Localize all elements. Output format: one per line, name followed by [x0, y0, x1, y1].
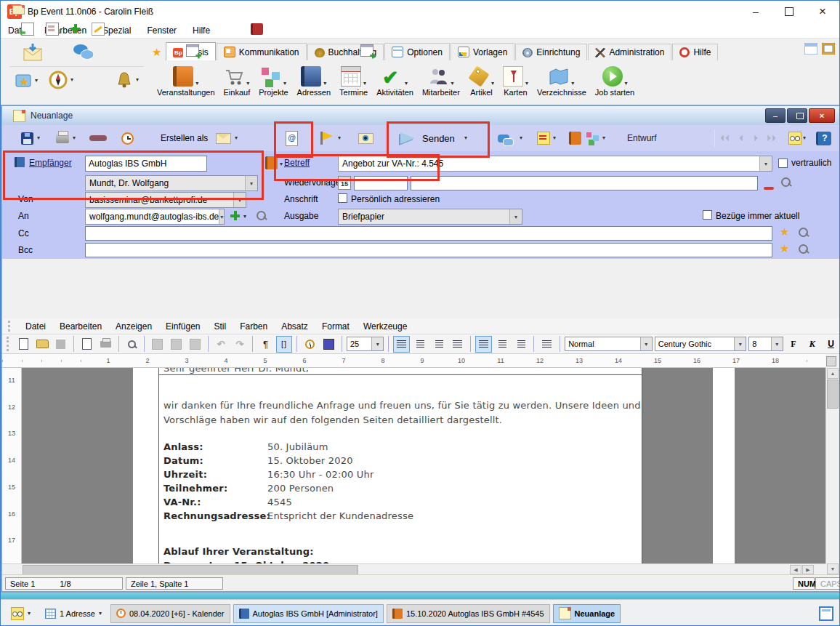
compass-icon[interactable]	[49, 71, 73, 89]
delete-button[interactable]	[89, 125, 107, 151]
menu-item[interactable]: Fenster	[147, 25, 177, 36]
search-icon[interactable]	[257, 211, 266, 222]
tab-hilfe[interactable]: Hilfe	[672, 44, 718, 60]
project-link-button[interactable]	[586, 125, 599, 151]
export-document-icon[interactable]	[21, 23, 34, 36]
window-list-icon[interactable]	[819, 606, 833, 621]
scroll-right-icon[interactable]: ▶	[802, 565, 814, 574]
switch-window-icon[interactable]	[822, 43, 835, 55]
align-justify-button[interactable]	[450, 336, 467, 353]
copy-button[interactable]	[168, 336, 185, 353]
add-icon[interactable]	[70, 24, 80, 33]
redo-icon[interactable]: ↷	[231, 336, 248, 353]
search-icon[interactable]	[781, 177, 791, 189]
aktivitaeten-button[interactable]: Aktivitäten	[374, 62, 416, 98]
layout-panel-icon[interactable]	[804, 43, 817, 55]
vertical-scrollbar[interactable]: ▲ ▼	[825, 368, 839, 574]
tab-kommunikation[interactable]: Kommunikation	[217, 43, 307, 60]
chevron-down-icon[interactable]	[803, 125, 806, 151]
close-icon[interactable]: ×	[806, 1, 839, 23]
an-select[interactable]: wolfgang.mundt@autoglas-ibs.de	[85, 209, 225, 225]
font-size-select[interactable]: 8	[748, 337, 783, 351]
vertical-ruler[interactable]: 11121314151617	[2, 368, 22, 563]
bell-icon[interactable]	[116, 71, 139, 89]
chevron-down-icon[interactable]	[571, 81, 574, 87]
chat-bubbles-icon[interactable]	[72, 43, 95, 62]
senden-label[interactable]: Senden	[422, 125, 455, 151]
chevron-down-icon[interactable]	[246, 81, 249, 87]
editor-menu-item[interactable]: Datei	[25, 321, 46, 332]
wiedervorlage-calendar-icon[interactable]: 15	[338, 176, 351, 190]
editor-menu-item[interactable]: Einfügen	[166, 321, 200, 332]
search-button[interactable]	[124, 336, 140, 353]
address-book-button[interactable]	[265, 156, 278, 172]
document-note-button[interactable]	[537, 125, 550, 151]
betreff-link[interactable]: Betreff	[284, 158, 310, 168]
favorites-star-icon[interactable]	[152, 47, 161, 57]
chevron-down-icon[interactable]	[235, 125, 238, 151]
favorites-folder-icon[interactable]: ★	[14, 72, 38, 89]
undo-icon[interactable]: ↶	[213, 336, 230, 353]
adresse-task-button[interactable]: Autoglas IBS GmbH [Administrator]	[233, 604, 384, 623]
tab-optionen[interactable]: Optionen	[384, 43, 450, 60]
doc-minimize-icon[interactable]: –	[765, 108, 786, 123]
chat-button[interactable]	[498, 125, 509, 151]
preview-mail-button[interactable]	[358, 125, 373, 151]
nav-first-icon[interactable]: ⏴⏴	[720, 125, 730, 151]
tab-einrichtung[interactable]: Einrichtung	[515, 44, 587, 60]
nav-previous-icon[interactable]: ⏴	[739, 125, 744, 151]
wiedervorlage-date-input[interactable]	[354, 176, 408, 190]
chevron-down-icon[interactable]	[136, 77, 139, 83]
verzeichnisse-button[interactable]: Verzeichnisse	[535, 62, 589, 98]
field-brackets-button[interactable]	[276, 336, 293, 353]
maximize-icon[interactable]	[772, 1, 806, 23]
empfaenger-input[interactable]: Autoglas IBS GmbH	[85, 156, 207, 172]
menu-item[interactable]: Spezial	[102, 25, 131, 36]
chevron-down-icon[interactable]	[363, 81, 366, 87]
scroll-down-icon[interactable]: ▼	[827, 563, 839, 574]
editor-menu-item[interactable]: Werkzeuge	[363, 321, 407, 332]
doc-close-icon[interactable]: ×	[809, 108, 835, 123]
editor-menu-item[interactable]: Stil	[214, 321, 226, 332]
chevron-down-icon[interactable]	[525, 81, 528, 87]
horizontal-scrollbar[interactable]: ◀ ▶	[2, 563, 826, 575]
chevron-down-icon[interactable]	[70, 77, 73, 83]
chevron-down-icon[interactable]	[99, 611, 102, 617]
nav-next-icon[interactable]: ⏵	[754, 125, 759, 151]
help-button[interactable]	[816, 125, 831, 151]
editor-menu-item[interactable]: Format	[322, 321, 350, 332]
wiedervorlage-text-input[interactable]	[411, 176, 758, 190]
chevron-down-icon[interactable]	[602, 125, 605, 151]
chevron-down-icon[interactable]	[280, 161, 283, 167]
open-document-button[interactable]	[34, 336, 51, 353]
adressen-button[interactable]: Adressen	[295, 62, 333, 98]
persoenlich-checkbox[interactable]	[338, 193, 347, 203]
align-left-button[interactable]	[393, 336, 410, 353]
job-starten-button[interactable]: Job starten	[593, 62, 637, 98]
line-spacing-single-button[interactable]	[475, 336, 492, 353]
artikel-button[interactable]: Artikel	[467, 62, 496, 98]
chevron-down-icon[interactable]	[283, 81, 286, 87]
tab-administration[interactable]: Administration	[588, 44, 671, 60]
neuanlage-task-button[interactable]: Neuanlage	[553, 604, 621, 623]
search-icon[interactable]	[799, 244, 808, 256]
chevron-down-icon[interactable]	[553, 125, 556, 151]
nav-last-icon[interactable]: ⏵⏵	[767, 125, 777, 151]
vertraulich-checkbox[interactable]	[778, 158, 788, 168]
chevron-down-icon[interactable]	[451, 81, 453, 87]
edit-icon[interactable]	[92, 23, 105, 36]
doc-restore-icon[interactable]	[787, 108, 807, 123]
senden-button[interactable]	[400, 125, 415, 151]
menu-item[interactable]: Hilfe	[193, 25, 210, 36]
von-select[interactable]: basisseminar@bankettprofi.de	[85, 192, 246, 208]
karten-button[interactable]: Karten	[501, 62, 530, 98]
mitarbeiter-button[interactable]: Mitarbeiter	[420, 62, 462, 98]
minimize-icon[interactable]: –	[739, 1, 772, 23]
add-event-icon[interactable]	[186, 44, 199, 57]
veranstaltung-task-button[interactable]: 15.10.2020 Autoglas IBS GmbH #4545	[387, 604, 550, 623]
kontakt-select[interactable]: Mundt, Dr. Wolfgang	[85, 175, 258, 191]
add-vorgang-icon[interactable]	[360, 44, 373, 57]
font-select[interactable]: Century Gothic	[655, 337, 746, 351]
scrollbar-thumb[interactable]	[23, 565, 358, 575]
chevron-down-icon[interactable]	[520, 125, 522, 151]
